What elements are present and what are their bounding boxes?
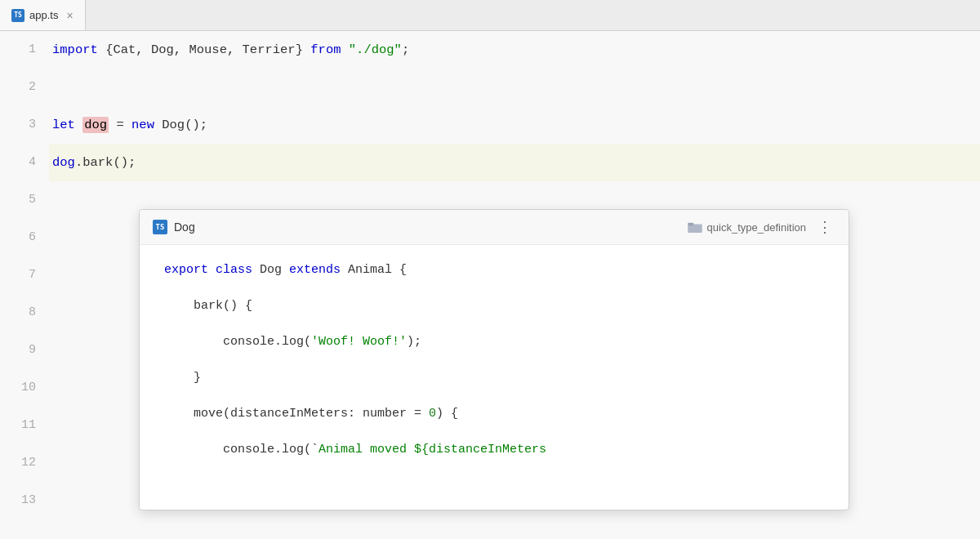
line-num-9: 9 bbox=[0, 332, 36, 369]
popup-file-label: quick_type_definition bbox=[707, 221, 806, 234]
line-num-5: 5 bbox=[0, 181, 36, 219]
code-token: Dog bbox=[260, 263, 289, 277]
code-token: extends bbox=[289, 263, 348, 277]
code-line-3: let dog = new Dog(); bbox=[49, 106, 980, 144]
code-token: move(distanceInMeters: number = bbox=[164, 407, 429, 421]
code-token: new bbox=[131, 118, 162, 132]
code-token: bark() { bbox=[164, 299, 252, 313]
tab-ts-icon: TS bbox=[11, 9, 24, 22]
popup-class-name: Dog bbox=[174, 220, 195, 234]
code-token: = bbox=[109, 118, 131, 132]
code-token: "./dog" bbox=[349, 42, 402, 57]
code-token: let bbox=[52, 118, 82, 132]
popup-actions: quick_type_definition ⋮ bbox=[688, 218, 835, 236]
code-token: class bbox=[216, 263, 260, 277]
line-num-2: 2 bbox=[0, 69, 36, 106]
code-token: . bbox=[75, 155, 82, 170]
code-token: console.log( bbox=[164, 335, 311, 349]
code-token-from: from bbox=[310, 42, 349, 57]
popup-code-line-13 bbox=[140, 467, 849, 503]
code-area: import {Cat, Dog, Mouse, Terrier} from "… bbox=[49, 31, 980, 539]
line-num-3: 3 bbox=[0, 106, 36, 144]
popup-body: export class Dog extends Animal { bark()… bbox=[140, 245, 849, 510]
popup-more-button[interactable]: ⋮ bbox=[814, 218, 835, 236]
popup-code-line-12: console.log(`Animal moved ${distanceInMe… bbox=[140, 431, 849, 467]
code-token: dog bbox=[52, 155, 75, 170]
line-num-8: 8 bbox=[0, 294, 36, 332]
line-num-10: 10 bbox=[0, 369, 36, 407]
popup-header: TS Dog quick_type_definition ⋮ bbox=[140, 210, 849, 245]
popup-code-line-8: bark() { bbox=[140, 287, 849, 323]
code-token: ) { bbox=[436, 407, 458, 421]
svg-rect-1 bbox=[688, 223, 693, 226]
editor-area: 1 2 3 4 5 6 7 8 9 10 11 12 13 import {Ca… bbox=[0, 31, 980, 539]
code-token: console.log(` bbox=[164, 443, 318, 457]
popup-code-line-7: export class Dog extends Animal { bbox=[140, 252, 849, 287]
line-num-1: 1 bbox=[0, 31, 36, 69]
code-token: 'Woof! Woof!' bbox=[311, 335, 407, 349]
popup-code-line-11: move(distanceInMeters: number = 0) { bbox=[140, 395, 849, 431]
line-num-13: 13 bbox=[0, 482, 36, 519]
popup-title: TS Dog bbox=[153, 220, 195, 234]
code-token: Dog(); bbox=[162, 118, 207, 132]
folder-icon bbox=[688, 221, 702, 233]
code-token: 0 bbox=[429, 407, 436, 421]
code-line-4: dog.bark(); bbox=[49, 144, 980, 181]
code-token-dog: dog bbox=[82, 117, 109, 133]
quick-type-definition-popup: TS Dog quick_type_definition ⋮ bbox=[139, 209, 849, 510]
line-num-6: 6 bbox=[0, 219, 36, 256]
line-num-4: 4 bbox=[0, 144, 36, 181]
code-token: } bbox=[164, 371, 201, 385]
tab-bar: TS app.ts × bbox=[0, 0, 980, 31]
tab-close-button[interactable]: × bbox=[66, 9, 73, 22]
code-token: ; bbox=[402, 42, 409, 57]
popup-ts-icon: TS bbox=[153, 220, 167, 234]
line-num-12: 12 bbox=[0, 444, 36, 482]
line-num-11: 11 bbox=[0, 407, 36, 444]
code-line-1: import {Cat, Dog, Mouse, Terrier} from "… bbox=[49, 31, 980, 69]
code-token: {Cat, Dog, Mouse, Terrier} bbox=[105, 42, 310, 57]
tab-app-ts[interactable]: TS app.ts × bbox=[0, 0, 86, 30]
popup-code-line-10: } bbox=[140, 359, 849, 395]
tab-filename: app.ts bbox=[29, 9, 58, 21]
line-numbers-gutter: 1 2 3 4 5 6 7 8 9 10 11 12 13 bbox=[0, 31, 49, 539]
code-token: export bbox=[164, 263, 216, 277]
line-num-7: 7 bbox=[0, 256, 36, 294]
code-token: ); bbox=[407, 335, 421, 349]
popup-code-line-9: console.log('Woof! Woof!'); bbox=[140, 323, 849, 359]
code-token: (); bbox=[113, 155, 136, 170]
code-token: Animal { bbox=[348, 263, 407, 277]
code-token: bark bbox=[82, 155, 113, 170]
code-token: Animal moved ${distanceInMeters bbox=[318, 443, 546, 457]
code-token: import bbox=[52, 42, 105, 57]
popup-file-icon: quick_type_definition bbox=[688, 221, 806, 234]
code-line-2 bbox=[49, 69, 980, 106]
